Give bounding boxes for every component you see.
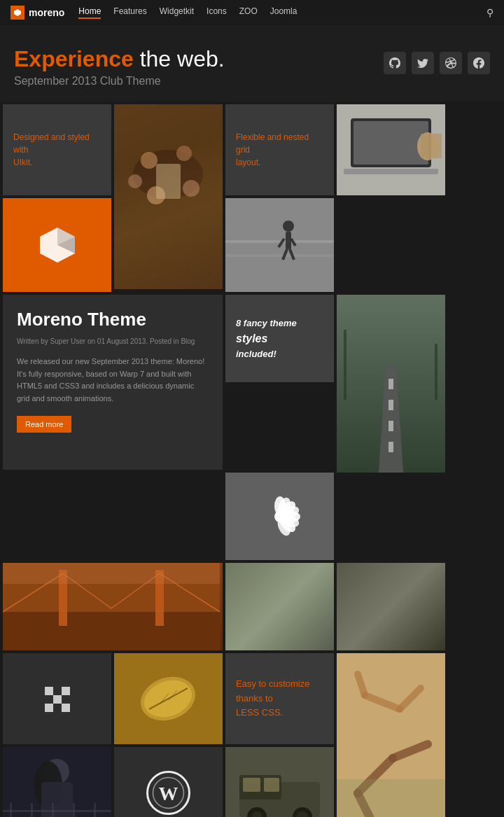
facebook-icon[interactable] [468, 52, 490, 74]
cell-leaf-photo [114, 653, 223, 744]
article-body: We released our new September 2013 theme… [17, 356, 209, 405]
theme-count: 8 fancy theme [236, 318, 297, 328]
svg-rect-68 [337, 779, 445, 817]
cell-bridge-photo [3, 563, 223, 650]
svg-text:W: W [159, 783, 178, 804]
hero-text: Experience the web. September 2013 Club … [14, 46, 225, 88]
svg-rect-12 [344, 169, 438, 174]
svg-point-6 [183, 180, 200, 197]
nav-joomla[interactable]: Joomla [270, 6, 298, 19]
styles-text: 8 fancy theme styles included! [236, 316, 297, 361]
svg-rect-85 [243, 778, 260, 792]
cell-flower [225, 473, 334, 560]
svg-rect-33 [388, 421, 393, 431]
cell-designed: Designed and styled with UIkit. [3, 104, 111, 195]
cell-team-photo [114, 104, 223, 289]
nav-icons[interactable]: Icons [206, 6, 227, 19]
social-icons [384, 52, 490, 74]
cell-r5c4 [337, 563, 445, 650]
logo-icon [10, 6, 24, 20]
less-text: Easy to customize thanks to [236, 678, 310, 704]
dribbble-icon[interactable] [440, 52, 462, 74]
flexible-text: Flexible and nested grid [236, 132, 309, 155]
svg-rect-11 [354, 121, 428, 165]
main-grid: Designed and styled with UIkit. [0, 102, 504, 817]
designed-text: Designed and styled with [13, 132, 90, 155]
cell-less-css: Easy to customize thanks to LESS CSS. [225, 653, 334, 744]
article-meta: Written by Super User on 01 August 2013.… [17, 336, 209, 347]
svg-point-4 [176, 146, 192, 161]
search-icon[interactable]: ⚲ [486, 7, 493, 18]
cell-hands-photo [337, 653, 445, 817]
layout-link: layout. [236, 158, 260, 167]
svg-rect-21 [225, 254, 334, 257]
svg-rect-76 [52, 803, 54, 817]
svg-rect-77 [73, 803, 75, 817]
cell-walker-photo [225, 198, 334, 292]
cell-wordpress: W [114, 747, 223, 817]
svg-point-3 [141, 152, 158, 169]
svg-rect-31 [388, 379, 393, 389]
less-css-text: Easy to customize thanks to LESS CSS. [236, 677, 323, 720]
nav-features[interactable]: Features [113, 6, 146, 19]
hero-title: Experience the web. [14, 46, 225, 72]
cell-designed-text: Designed and styled with UIkit. [13, 131, 101, 169]
nav-widgetkit[interactable]: Widgetkit [160, 6, 194, 19]
cell-r5c3 [225, 563, 334, 650]
cell-road-photo [337, 295, 445, 473]
logo-text: moreno [29, 7, 64, 18]
main-nav: Home Features Widgetkit Icons ZOO Joomla [78, 6, 486, 19]
nav-zoo[interactable]: ZOO [239, 6, 258, 19]
svg-marker-0 [14, 9, 21, 16]
hero-subtitle: September 2013 Club Theme [14, 75, 225, 88]
joomla-icon [38, 680, 76, 718]
theme-included: included! [236, 349, 276, 359]
svg-point-45 [274, 511, 286, 522]
cell-flexible: Flexible and nested grid layout. [225, 104, 334, 195]
twitter-icon[interactable] [412, 52, 434, 74]
svg-rect-36 [435, 344, 438, 400]
svg-rect-32 [388, 400, 393, 410]
svg-rect-86 [264, 778, 279, 792]
read-more-button[interactable]: Read more [17, 416, 71, 433]
cell-laptop-photo [337, 104, 445, 195]
svg-rect-8 [156, 164, 181, 199]
article-section: Moreno Theme Written by Super User on 01… [3, 295, 223, 470]
cell-flexible-text: Flexible and nested grid layout. [236, 131, 323, 169]
svg-rect-34 [388, 442, 393, 452]
github-icon[interactable] [384, 52, 406, 74]
svg-point-7 [128, 174, 142, 188]
header: moreno Home Features Widgetkit Icons ZOO… [0, 0, 504, 25]
cell-styles: 8 fancy theme styles included! [225, 295, 334, 382]
cell-joomla-icon [3, 653, 111, 744]
svg-rect-75 [31, 803, 33, 817]
nav-home[interactable]: Home [78, 6, 101, 19]
svg-rect-47 [3, 612, 220, 650]
svg-rect-14 [421, 134, 442, 158]
article-title: Moreno Theme [17, 309, 209, 330]
svg-point-22 [283, 221, 294, 232]
svg-rect-78 [94, 803, 96, 817]
flower-icon [259, 496, 301, 538]
svg-rect-20 [225, 240, 334, 243]
hero-title-rest: the web. [134, 46, 225, 71]
svg-rect-35 [344, 330, 346, 400]
ulkit-link: UIkit. [13, 158, 32, 167]
cell-orange-logo [3, 198, 111, 292]
cube-icon [36, 224, 78, 266]
theme-styles: styles [236, 333, 267, 344]
wordpress-icon: W [146, 770, 191, 816]
cell-truck-photo [225, 747, 334, 817]
hero-section: Experience the web. September 2013 Club … [0, 25, 504, 102]
svg-rect-54 [3, 563, 220, 584]
svg-rect-23 [286, 232, 291, 249]
hero-title-accent: Experience [14, 46, 134, 71]
logo[interactable]: moreno [10, 6, 64, 20]
svg-rect-74 [10, 803, 12, 817]
cell-girl-photo [3, 747, 111, 817]
less-accent: LESS CSS. [236, 707, 283, 718]
